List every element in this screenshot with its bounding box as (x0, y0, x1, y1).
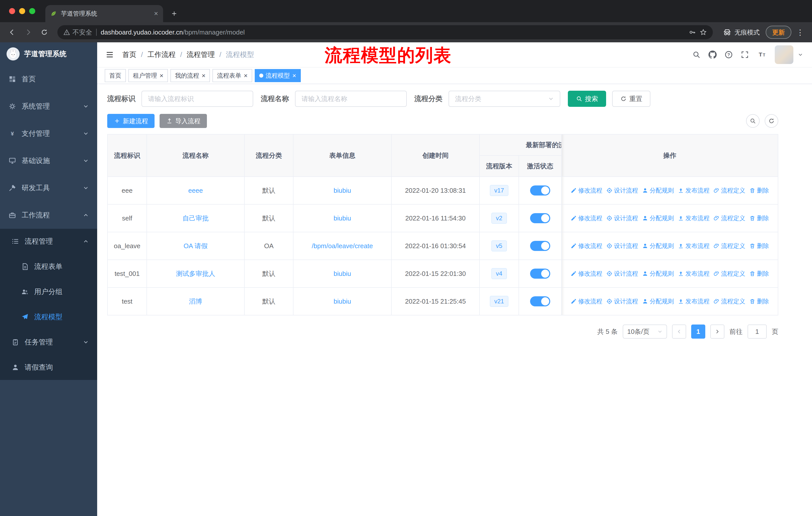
action-edit-process[interactable]: 修改流程 (571, 214, 602, 222)
process-name-link[interactable]: 滔博 (189, 298, 202, 305)
close-icon[interactable]: × (244, 72, 248, 79)
action-process-definition[interactable]: 流程定义 (714, 297, 745, 305)
form-info-link[interactable]: biubiu (334, 187, 351, 194)
active-toggle[interactable] (530, 241, 550, 251)
new-tab-button[interactable] (167, 6, 181, 21)
action-design-process[interactable]: 设计流程 (606, 297, 638, 305)
update-button[interactable]: 更新 (766, 26, 791, 39)
action-design-process[interactable]: 设计流程 (606, 242, 638, 250)
sidebar-item-system[interactable]: 系统管理 (0, 93, 97, 120)
sidebar-item-infrastructure[interactable]: 基础设施 (0, 147, 97, 174)
tag-my-process[interactable]: 我的流程× (170, 69, 210, 82)
reset-button[interactable]: 重置 (612, 91, 650, 107)
github-icon[interactable] (708, 50, 717, 59)
action-edit-process[interactable]: 修改流程 (571, 242, 602, 250)
close-icon[interactable]: × (160, 72, 163, 79)
import-process-button[interactable]: 导入流程 (160, 114, 207, 128)
action-assign-rule[interactable]: 分配规则 (642, 242, 674, 250)
zoom-window-button[interactable] (29, 8, 35, 14)
tab-close-icon[interactable]: × (154, 10, 158, 17)
next-page-button[interactable] (710, 325, 724, 338)
sidebar-item-devtools[interactable]: 研发工具 (0, 174, 97, 201)
sidebar-item-home[interactable]: 首页 (0, 65, 97, 93)
goto-page-input[interactable] (748, 325, 767, 338)
page-size-select[interactable]: 10条/页 (623, 325, 667, 338)
breadcrumb-home[interactable]: 首页 (122, 50, 137, 59)
action-process-definition[interactable]: 流程定义 (714, 214, 745, 222)
sidebar-item-payment[interactable]: 支付管理 (0, 120, 97, 147)
version-badge[interactable]: v5 (491, 240, 507, 251)
process-name-link[interactable]: 自己审批 (182, 214, 209, 222)
active-toggle[interactable] (530, 296, 550, 306)
sidebar-item-workflow[interactable]: 工作流程 (0, 201, 97, 229)
action-publish-process[interactable]: 发布流程 (678, 214, 709, 222)
action-edit-process[interactable]: 修改流程 (571, 270, 602, 278)
refresh-table-button[interactable] (765, 114, 778, 128)
tag-tenant[interactable]: 租户管理× (128, 69, 168, 82)
close-icon[interactable]: × (202, 72, 205, 79)
search-button[interactable]: 搜索 (568, 91, 606, 107)
active-toggle[interactable] (530, 269, 550, 279)
action-publish-process[interactable]: 发布流程 (678, 270, 709, 278)
sidebar-item-process-model[interactable]: 流程模型 (0, 304, 97, 330)
font-size-icon[interactable] (757, 50, 767, 59)
action-design-process[interactable]: 设计流程 (606, 214, 638, 222)
toggle-search-button[interactable] (746, 114, 760, 128)
help-icon[interactable] (724, 50, 733, 59)
form-info-link[interactable]: /bpm/oa/leave/create (312, 242, 373, 250)
sidebar-item-leave-query[interactable]: 请假查询 (0, 355, 97, 380)
action-edit-process[interactable]: 修改流程 (571, 186, 602, 194)
action-assign-rule[interactable]: 分配规则 (642, 270, 674, 278)
breadcrumb-process-management[interactable]: 流程管理 (187, 50, 215, 59)
action-delete[interactable]: 删除 (749, 214, 769, 222)
version-badge[interactable]: v4 (491, 268, 507, 279)
action-process-definition[interactable]: 流程定义 (714, 186, 745, 194)
process-name-link[interactable]: OA 请假 (183, 242, 207, 250)
fullscreen-icon[interactable] (741, 50, 749, 59)
form-info-link[interactable]: biubiu (334, 214, 351, 222)
process-id-input[interactable] (141, 91, 253, 107)
action-assign-rule[interactable]: 分配规则 (642, 297, 674, 305)
process-name-input[interactable] (295, 91, 407, 107)
browser-menu-icon[interactable]: ⋮ (793, 28, 807, 37)
reload-button[interactable] (37, 25, 51, 39)
prev-page-button[interactable] (672, 325, 686, 338)
browser-tab[interactable]: 芋道管理系统 × (45, 5, 163, 22)
action-design-process[interactable]: 设计流程 (606, 186, 638, 194)
minimize-window-button[interactable] (19, 8, 25, 14)
breadcrumb-workflow[interactable]: 工作流程 (147, 50, 176, 59)
process-name-link[interactable]: 测试多审批人 (176, 270, 215, 277)
action-assign-rule[interactable]: 分配规则 (642, 186, 674, 194)
back-button[interactable] (5, 25, 19, 39)
action-publish-process[interactable]: 发布流程 (678, 297, 709, 305)
security-label[interactable]: 不安全 (72, 28, 92, 37)
close-window-button[interactable] (9, 8, 15, 14)
sidebar-item-process-management[interactable]: 流程管理 (0, 229, 97, 254)
version-badge[interactable]: v2 (491, 213, 507, 223)
tag-process-model[interactable]: 流程模型× (255, 69, 301, 82)
action-edit-process[interactable]: 修改流程 (571, 297, 602, 305)
search-icon[interactable] (692, 50, 701, 59)
page-number-button[interactable]: 1 (691, 325, 705, 338)
sidebar-item-task-management[interactable]: 任务管理 (0, 330, 97, 355)
action-process-definition[interactable]: 流程定义 (714, 242, 745, 250)
action-design-process[interactable]: 设计流程 (606, 270, 638, 278)
address-bar[interactable]: 不安全 dashboard.yudao.iocoder.cn/bpm/manag… (57, 25, 713, 39)
version-badge[interactable]: v21 (490, 296, 509, 307)
action-delete[interactable]: 删除 (749, 297, 769, 305)
sidebar-item-process-form[interactable]: 流程表单 (0, 254, 97, 279)
password-key-icon[interactable] (689, 29, 696, 36)
action-publish-process[interactable]: 发布流程 (678, 186, 709, 194)
action-process-definition[interactable]: 流程定义 (714, 270, 745, 278)
form-info-link[interactable]: biubiu (334, 298, 351, 305)
tag-process-form[interactable]: 流程表单× (212, 69, 252, 82)
hamburger-icon[interactable] (97, 42, 122, 67)
close-icon[interactable]: × (292, 72, 296, 79)
forward-button[interactable] (21, 25, 35, 39)
version-badge[interactable]: v17 (490, 185, 509, 196)
action-publish-process[interactable]: 发布流程 (678, 242, 709, 250)
create-process-button[interactable]: 新建流程 (107, 114, 154, 128)
caret-down-icon[interactable] (798, 52, 803, 57)
action-delete[interactable]: 删除 (749, 270, 769, 278)
form-info-link[interactable]: biubiu (334, 270, 351, 277)
